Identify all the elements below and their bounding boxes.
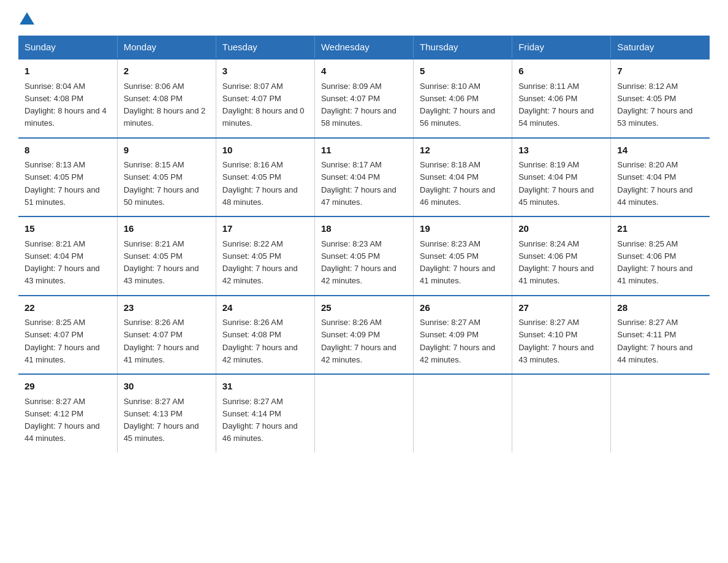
calendar-cell: 15Sunrise: 8:21 AMSunset: 4:04 PMDayligh…: [18, 216, 117, 296]
day-info: Sunrise: 8:27 AMSunset: 4:14 PMDaylight:…: [222, 397, 298, 443]
calendar-cell: 11Sunrise: 8:17 AMSunset: 4:04 PMDayligh…: [314, 138, 413, 217]
calendar-cell: 7Sunrise: 8:12 AMSunset: 4:05 PMDaylight…: [611, 59, 710, 138]
logo-triangle-icon: [20, 12, 34, 25]
calendar-cell: 8Sunrise: 8:13 AMSunset: 4:05 PMDaylight…: [18, 138, 117, 217]
day-number: 6: [518, 64, 604, 79]
day-info: Sunrise: 8:04 AMSunset: 4:08 PMDaylight:…: [25, 82, 107, 128]
day-number: 26: [420, 301, 506, 315]
day-info: Sunrise: 8:10 AMSunset: 4:06 PMDaylight:…: [420, 82, 495, 128]
calendar-cell: [414, 374, 512, 453]
day-number: 31: [222, 380, 308, 394]
calendar-cell: 23Sunrise: 8:26 AMSunset: 4:07 PMDayligh…: [117, 296, 216, 375]
calendar-cell: 27Sunrise: 8:27 AMSunset: 4:10 PMDayligh…: [512, 296, 611, 375]
calendar-cell: 16Sunrise: 8:21 AMSunset: 4:05 PMDayligh…: [117, 216, 216, 296]
day-info: Sunrise: 8:21 AMSunset: 4:05 PMDaylight:…: [124, 239, 199, 286]
header-sunday: Sunday: [18, 36, 117, 59]
header-thursday: Thursday: [414, 36, 512, 59]
calendar-cell: 6Sunrise: 8:11 AMSunset: 4:06 PMDaylight…: [512, 59, 611, 138]
calendar-cell: [512, 374, 611, 453]
calendar-cell: 14Sunrise: 8:20 AMSunset: 4:04 PMDayligh…: [611, 138, 710, 217]
day-info: Sunrise: 8:06 AMSunset: 4:08 PMDaylight:…: [124, 82, 206, 128]
day-info: Sunrise: 8:24 AMSunset: 4:06 PMDaylight:…: [518, 239, 594, 286]
calendar-cell: 25Sunrise: 8:26 AMSunset: 4:09 PMDayligh…: [314, 296, 413, 375]
calendar-cell: 22Sunrise: 8:25 AMSunset: 4:07 PMDayligh…: [18, 296, 117, 375]
header-wednesday: Wednesday: [314, 36, 413, 59]
day-number: 24: [222, 301, 308, 315]
day-number: 7: [617, 64, 703, 79]
day-info: Sunrise: 8:09 AMSunset: 4:07 PMDaylight:…: [321, 82, 396, 128]
calendar-cell: 24Sunrise: 8:26 AMSunset: 4:08 PMDayligh…: [216, 296, 314, 375]
day-number: 4: [321, 64, 407, 79]
day-number: 3: [222, 64, 308, 79]
header-monday: Monday: [117, 36, 216, 59]
day-info: Sunrise: 8:15 AMSunset: 4:05 PMDaylight:…: [124, 160, 199, 207]
calendar-week-row: 29Sunrise: 8:27 AMSunset: 4:12 PMDayligh…: [18, 374, 710, 453]
day-info: Sunrise: 8:27 AMSunset: 4:13 PMDaylight:…: [124, 397, 199, 443]
calendar-cell: 4Sunrise: 8:09 AMSunset: 4:07 PMDaylight…: [314, 59, 413, 138]
day-info: Sunrise: 8:27 AMSunset: 4:11 PMDaylight:…: [617, 318, 692, 364]
day-number: 18: [321, 222, 407, 236]
day-info: Sunrise: 8:19 AMSunset: 4:04 PMDaylight:…: [518, 160, 594, 207]
day-info: Sunrise: 8:27 AMSunset: 4:12 PMDaylight:…: [25, 397, 100, 443]
calendar-table: SundayMondayTuesdayWednesdayThursdayFrid…: [18, 36, 710, 453]
day-number: 16: [124, 222, 210, 236]
header-saturday: Saturday: [611, 36, 710, 59]
day-info: Sunrise: 8:23 AMSunset: 4:05 PMDaylight:…: [321, 239, 396, 286]
calendar-cell: 12Sunrise: 8:18 AMSunset: 4:04 PMDayligh…: [414, 138, 512, 217]
calendar-cell: 10Sunrise: 8:16 AMSunset: 4:05 PMDayligh…: [216, 138, 314, 217]
day-number: 29: [25, 380, 111, 394]
day-number: 13: [518, 144, 604, 158]
day-info: Sunrise: 8:26 AMSunset: 4:07 PMDaylight:…: [124, 318, 199, 364]
day-number: 10: [222, 144, 308, 158]
calendar-cell: 31Sunrise: 8:27 AMSunset: 4:14 PMDayligh…: [216, 374, 314, 453]
calendar-cell: 2Sunrise: 8:06 AMSunset: 4:08 PMDaylight…: [117, 59, 216, 138]
day-number: 11: [321, 144, 407, 158]
day-info: Sunrise: 8:25 AMSunset: 4:07 PMDaylight:…: [25, 318, 100, 364]
day-number: 2: [124, 64, 210, 79]
day-info: Sunrise: 8:26 AMSunset: 4:09 PMDaylight:…: [321, 318, 396, 364]
calendar-cell: 17Sunrise: 8:22 AMSunset: 4:05 PMDayligh…: [216, 216, 314, 296]
day-info: Sunrise: 8:25 AMSunset: 4:06 PMDaylight:…: [617, 239, 692, 286]
calendar-cell: 30Sunrise: 8:27 AMSunset: 4:13 PMDayligh…: [117, 374, 216, 453]
day-info: Sunrise: 8:17 AMSunset: 4:04 PMDaylight:…: [321, 160, 396, 207]
day-number: 23: [124, 301, 210, 315]
day-number: 8: [25, 144, 111, 158]
calendar-cell: 19Sunrise: 8:23 AMSunset: 4:05 PMDayligh…: [414, 216, 512, 296]
calendar-cell: 5Sunrise: 8:10 AMSunset: 4:06 PMDaylight…: [414, 59, 512, 138]
calendar-cell: 3Sunrise: 8:07 AMSunset: 4:07 PMDaylight…: [216, 59, 314, 138]
calendar-cell: 21Sunrise: 8:25 AMSunset: 4:06 PMDayligh…: [611, 216, 710, 296]
calendar-week-row: 8Sunrise: 8:13 AMSunset: 4:05 PMDaylight…: [18, 138, 710, 217]
day-info: Sunrise: 8:18 AMSunset: 4:04 PMDaylight:…: [420, 160, 495, 207]
day-number: 5: [420, 64, 506, 79]
day-number: 9: [124, 144, 210, 158]
day-info: Sunrise: 8:23 AMSunset: 4:05 PMDaylight:…: [420, 239, 495, 286]
page-header: [18, 12, 710, 25]
calendar-cell: 18Sunrise: 8:23 AMSunset: 4:05 PMDayligh…: [314, 216, 413, 296]
day-number: 20: [518, 222, 604, 236]
calendar-week-row: 22Sunrise: 8:25 AMSunset: 4:07 PMDayligh…: [18, 296, 710, 375]
day-info: Sunrise: 8:26 AMSunset: 4:08 PMDaylight:…: [222, 318, 298, 364]
day-info: Sunrise: 8:16 AMSunset: 4:05 PMDaylight:…: [222, 160, 298, 207]
day-number: 21: [617, 222, 703, 236]
day-number: 30: [124, 380, 210, 394]
day-info: Sunrise: 8:27 AMSunset: 4:09 PMDaylight:…: [420, 318, 495, 364]
day-info: Sunrise: 8:22 AMSunset: 4:05 PMDaylight:…: [222, 239, 298, 286]
header-friday: Friday: [512, 36, 611, 59]
calendar-header-row: SundayMondayTuesdayWednesdayThursdayFrid…: [18, 36, 710, 59]
day-number: 12: [420, 144, 506, 158]
day-number: 28: [617, 301, 703, 315]
day-info: Sunrise: 8:13 AMSunset: 4:05 PMDaylight:…: [25, 160, 100, 207]
day-number: 22: [25, 301, 111, 315]
day-info: Sunrise: 8:07 AMSunset: 4:07 PMDaylight:…: [222, 82, 305, 128]
day-number: 17: [222, 222, 308, 236]
calendar-cell: 1Sunrise: 8:04 AMSunset: 4:08 PMDaylight…: [18, 59, 117, 138]
day-info: Sunrise: 8:12 AMSunset: 4:05 PMDaylight:…: [617, 82, 692, 128]
day-number: 19: [420, 222, 506, 236]
day-number: 14: [617, 144, 703, 158]
day-number: 25: [321, 301, 407, 315]
calendar-cell: 26Sunrise: 8:27 AMSunset: 4:09 PMDayligh…: [414, 296, 512, 375]
day-number: 15: [25, 222, 111, 236]
calendar-cell: [611, 374, 710, 453]
day-info: Sunrise: 8:20 AMSunset: 4:04 PMDaylight:…: [617, 160, 692, 207]
day-number: 27: [518, 301, 604, 315]
